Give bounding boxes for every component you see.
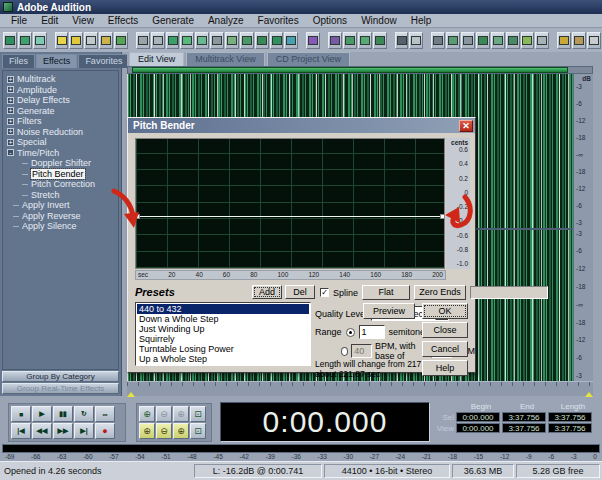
effects-tree-item[interactable]: + Delay Effects (7, 95, 118, 106)
window-zoom-icon[interactable] (491, 32, 505, 49)
menu-item[interactable]: Analyze (201, 15, 251, 26)
preset-item[interactable]: Up a Whole Step (137, 354, 309, 364)
ruler-end-marker[interactable] (585, 392, 593, 397)
zoom-out-horizontal-button[interactable]: ⊡ (190, 423, 206, 439)
zoom-in-button[interactable]: ⊕ (139, 406, 155, 422)
scripts-icon[interactable] (572, 32, 586, 49)
repeat-command-icon[interactable] (166, 32, 180, 49)
rewind-button[interactable]: ◀◀ (32, 423, 52, 439)
effects-tree-item[interactable]: Pitch Bender (22, 169, 118, 180)
close-button[interactable]: Close (422, 322, 468, 338)
zoom-in-horizontal-button[interactable]: ⊕ (173, 423, 189, 439)
undo-icon[interactable] (136, 32, 150, 49)
tree-expander-icon[interactable]: - (7, 149, 14, 156)
ok-button[interactable]: OK (422, 303, 468, 319)
tree-expander-icon[interactable] (22, 174, 28, 175)
menu-item[interactable]: Window (354, 15, 404, 26)
tree-expander-icon[interactable]: + (7, 86, 14, 93)
tree-expander-icon[interactable] (13, 205, 19, 206)
menu-item[interactable]: Options (306, 15, 354, 26)
effects-tree-item[interactable]: Stretch (22, 190, 118, 201)
snap-to-grid-icon[interactable] (328, 32, 342, 49)
tree-expander-icon[interactable]: + (7, 128, 14, 135)
tree-expander-icon[interactable]: + (7, 139, 14, 146)
marquee-select-icon[interactable] (409, 32, 423, 49)
effects-tree-item[interactable]: Pitch Correction (22, 179, 118, 190)
timeline-ruler[interactable] (127, 381, 593, 396)
effects-tree-item[interactable]: + Filters (7, 116, 118, 127)
menu-item[interactable]: Generate (145, 15, 201, 26)
paste-icon[interactable] (225, 32, 239, 49)
pitch-graph[interactable] (135, 138, 445, 269)
effects-tree-item[interactable]: + Special (7, 137, 118, 148)
menu-item[interactable]: View (65, 15, 101, 26)
tree-expander-icon[interactable]: + (7, 107, 14, 114)
semitones-field[interactable]: 1 (359, 325, 385, 339)
tree-expander-icon[interactable]: + (7, 76, 14, 83)
loop-button[interactable]: ∞ (95, 406, 115, 422)
window-files-icon[interactable] (446, 32, 460, 49)
preset-item[interactable]: Squirrely (137, 334, 309, 344)
zoom-in-vertical-button[interactable]: ⊕ (139, 423, 155, 439)
new-file-icon[interactable] (55, 32, 69, 49)
batch-process-icon[interactable] (99, 32, 113, 49)
adjust-boundaries-icon[interactable] (270, 32, 284, 49)
open-file-icon[interactable] (69, 32, 83, 49)
organizer-tab[interactable]: Effects (36, 54, 77, 68)
preset-add-button[interactable]: Add (252, 285, 282, 299)
preview-button[interactable]: Preview (363, 303, 415, 319)
group-color-icon[interactable] (358, 32, 372, 49)
window-play-icon[interactable] (476, 32, 490, 49)
tree-expander-icon[interactable] (22, 195, 28, 196)
preset-item[interactable]: 440 to 432 (137, 304, 309, 314)
zero-ends-button[interactable]: Zero Ends (414, 285, 466, 300)
menu-item[interactable]: Edit (34, 15, 65, 26)
bpm-field[interactable]: 40 (351, 344, 372, 358)
window-mixer-icon[interactable] (535, 32, 549, 49)
grid-view-icon[interactable] (373, 32, 387, 49)
window-organizer-icon[interactable] (431, 32, 445, 49)
selection-end-cell[interactable]: 3:37.756 (502, 423, 546, 433)
play-button[interactable]: ▶ (32, 406, 52, 422)
effects-tree-item[interactable]: Apply Invert (13, 200, 118, 211)
convert-sample-type-icon[interactable] (284, 32, 298, 49)
edit-view-icon[interactable] (3, 32, 17, 49)
tree-expander-icon[interactable]: + (7, 97, 14, 104)
preset-del-button[interactable]: Del (285, 285, 315, 299)
tree-expander-icon[interactable] (22, 184, 28, 185)
range-bpm-radio[interactable] (341, 347, 348, 356)
cancel-button[interactable]: Cancel (422, 341, 468, 357)
organizer-tab[interactable]: Favorites (78, 54, 129, 68)
preset-item[interactable]: Just Winding Up (137, 324, 309, 334)
group-by-category-button[interactable]: Group By Category (2, 371, 119, 382)
selection-begin-cell[interactable]: 0:00.000 (456, 412, 500, 422)
effects-tree-item[interactable]: Apply Silence (13, 221, 118, 232)
flat-button[interactable]: Flat (362, 285, 410, 300)
view-tab[interactable]: CD Project View (267, 52, 350, 66)
zoom-out-vertical-button[interactable]: ⊖ (156, 423, 172, 439)
preset-item[interactable]: Down a Whole Step (137, 314, 309, 324)
group-realtime-effects-button[interactable]: Group Real-Time Effects (2, 383, 119, 394)
window-effects-icon[interactable] (461, 32, 475, 49)
selection-begin-cell[interactable]: 0:00.000 (456, 423, 500, 433)
save-file-icon[interactable] (84, 32, 98, 49)
marker-tool-icon[interactable] (306, 32, 320, 49)
redo-icon[interactable] (151, 32, 165, 49)
selection-length-cell[interactable]: 3:37.756 (548, 412, 592, 422)
tree-expander-icon[interactable] (22, 163, 28, 164)
organizer-tab[interactable]: Files (2, 54, 35, 68)
effects-tree-item[interactable]: Apply Reverse (13, 211, 118, 222)
copy-icon[interactable] (195, 32, 209, 49)
play-looped-button[interactable]: ↻ (74, 406, 94, 422)
pause-button[interactable]: ▮▮ (53, 406, 73, 422)
range-semitones-radio[interactable] (346, 328, 355, 337)
spline-checkbox[interactable]: ✓ (320, 288, 329, 297)
menu-item[interactable]: Effects (101, 15, 145, 26)
help-button[interactable]: Help (422, 360, 468, 376)
amplitude-ruler[interactable]: dB -3-6-12-18-∞-18-12-6-3 -3-6-12-18-∞-1… (573, 74, 593, 381)
menu-item[interactable]: Help (404, 15, 439, 26)
preset-item[interactable]: Turntable Losing Power (137, 344, 309, 354)
menu-item[interactable]: Favorites (251, 15, 306, 26)
menu-item[interactable]: File (4, 15, 34, 26)
effects-tree-item[interactable]: + Noise Reduction (7, 127, 118, 138)
